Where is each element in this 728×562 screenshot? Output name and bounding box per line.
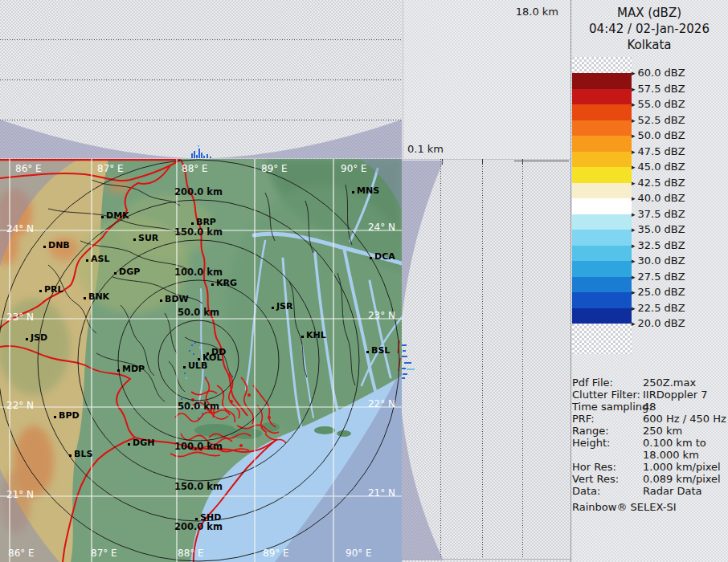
scale-tick-arrow: ▸ [632,148,636,156]
radar-metadata: Pdf File:250Z.maxClutter Filter:IIRDoppl… [572,377,726,513]
metadata-label: Height: [572,437,610,449]
scale-label-text: 27.5 dBZ [638,271,685,283]
scale-label-text: 55.0 dBZ [638,98,685,110]
metadata-value: 250 km [643,425,682,437]
scale-label: ▸57.5 dBZ [632,83,685,95]
color-scale [572,57,632,354]
scale-label-text: 50.0 dBZ [638,129,685,141]
metadata-label: Range: [572,425,609,437]
side-panel-artwork [402,159,571,560]
scale-band-14 [572,292,632,308]
scale-label: ▸20.0 dBZ [632,318,685,329]
scale-band-0 [572,73,632,89]
metadata-value: 0.089 km/pixel [643,473,721,485]
scale-band-8 [572,198,632,214]
scale-label: ▸60.0 dBZ [632,67,685,79]
scale-overflow-top [572,57,632,73]
metadata-row: Time sampling:48 [572,401,726,413]
scale-tick-arrow: ▸ [632,210,636,218]
scale-tick-arrow: ▸ [632,226,636,234]
scale-label: ▸40.0 dBZ [632,193,685,204]
scale-band-13 [572,277,632,293]
scale-label: ▸32.5 dBZ [632,240,685,251]
radar-display-window: 18.0 km 0.1 km MAX (dBZ) 04:42 / 02-Jan-… [0,0,728,562]
scale-label: ▸22.5 dBZ [632,303,685,314]
scale-band-1 [572,89,632,105]
map-artwork [0,159,418,562]
scale-overflow-bottom [572,324,632,354]
scale-label: ▸55.0 dBZ [632,99,685,110]
scale-band-2 [572,104,632,120]
scale-label-text: 60.0 dBZ [638,67,685,79]
scale-label: ▸30.0 dBZ [632,255,685,267]
scale-tick-arrow: ▸ [632,163,636,171]
scale-label-text: 52.5 dBZ [638,114,685,126]
scale-tick-arrow: ▸ [632,242,636,250]
scale-label-text: 37.5 dBZ [638,208,685,220]
scale-tick-arrow: ▸ [632,85,636,93]
scale-band-6 [572,167,632,183]
metadata-row: Range:250 km [572,425,726,437]
metadata-row: Clutter Filter:IIRDoppler 7 [572,389,726,401]
height-axis-min-label: 0.1 km [407,143,444,155]
metadata-value: 250Z.max [643,377,696,389]
scale-label: ▸45.0 dBZ [632,161,685,173]
legend-header: MAX (dBZ) 04:42 / 02-Jan-2026 Kolkata [572,5,726,53]
scale-band-7 [572,183,632,199]
metadata-value: Radar Data [643,485,701,497]
metadata-row: Pdf File:250Z.max [572,377,726,389]
station-name: Kolkata [572,37,726,53]
metadata-label: Time sampling: [572,401,652,413]
metadata-value: 0.100 km to [643,437,706,449]
scale-label-text: 32.5 dBZ [638,239,685,251]
scale-band-11 [572,246,632,262]
scale-label-text: 22.5 dBZ [638,302,685,314]
scale-label: ▸25.0 dBZ [632,287,685,298]
scale-tick-arrow: ▸ [632,194,636,202]
scale-label-text: 47.5 dBZ [638,145,685,157]
metadata-value: 48 [643,401,656,413]
product-title: MAX (dBZ) [572,5,726,21]
scale-tick-arrow: ▸ [632,69,636,77]
scale-label-text: 42.5 dBZ [638,177,685,189]
metadata-value: IIRDoppler 7 [643,389,708,401]
metadata-row: PRF:600 Hz / 450 Hz [572,413,726,425]
scale-tick-arrow: ▸ [632,132,636,140]
scale-label: ▸47.5 dBZ [632,146,685,157]
metadata-value-cont: 18.000 km [643,449,728,461]
scale-tick-arrow: ▸ [632,304,636,312]
top-panel-artwork [0,40,402,159]
height-axis-max-label: 18.0 km [450,6,558,18]
scale-label-text: 30.0 dBZ [638,255,685,267]
scale-tick-arrow: ▸ [632,288,636,296]
scale-tick-arrow: ▸ [632,257,636,265]
metadata-row: Height:0.100 km to [572,437,726,449]
scale-label: ▸50.0 dBZ [632,130,685,141]
software-brand: Rainbow® SELEX-SI [572,501,726,513]
scale-label-text: 20.0 dBZ [638,317,685,329]
metadata-row: Data:Radar Data [572,485,726,497]
metadata-label: Vert Res: [572,473,619,485]
scale-label-text: 40.0 dBZ [638,192,685,204]
metadata-label: PRF: [572,413,595,425]
scale-label: ▸35.0 dBZ [632,224,685,235]
scale-label: ▸37.5 dBZ [632,209,685,220]
scale-band-3 [572,120,632,136]
scale-label-text: 25.0 dBZ [638,286,685,298]
scale-tick-arrow: ▸ [632,100,636,108]
metadata-label: Clutter Filter: [572,389,640,401]
product-datetime: 04:42 / 02-Jan-2026 [572,21,726,37]
scale-tick-arrow: ▸ [632,179,636,187]
scale-band-15 [572,308,632,324]
metadata-label: Hor Res: [572,461,616,473]
metadata-value: 1.000 km/pixel [643,461,721,473]
scale-band-10 [572,230,632,246]
scale-tick-arrow: ▸ [632,273,636,281]
scale-band-5 [572,152,632,168]
scale-band-9 [572,214,632,230]
scale-label-text: 57.5 dBZ [638,83,685,95]
metadata-rows: Pdf File:250Z.maxClutter Filter:IIRDoppl… [572,377,726,497]
scale-band-12 [572,261,632,277]
metadata-value: 600 Hz / 450 Hz [643,413,726,425]
metadata-label: Data: [572,485,600,497]
